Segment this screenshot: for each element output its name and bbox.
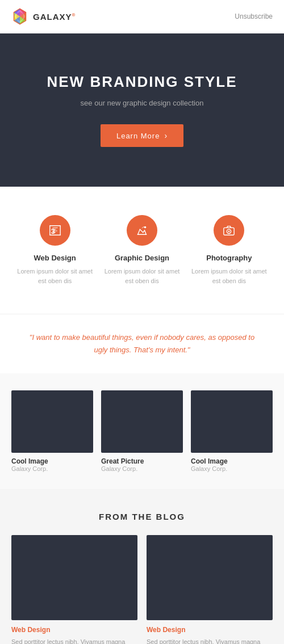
unsubscribe-link[interactable]: Unsubscribe [235, 12, 273, 20]
feature-photography: Photography Lorem ipsum dolor sit amet e… [186, 215, 273, 285]
blog-category[interactable]: Web Design [11, 626, 137, 634]
feature-title: Graphic Design [104, 254, 179, 262]
graphic-design-icon [127, 215, 157, 246]
blog-item: Web Design Sed porttitor lectus nibh. Vi… [147, 535, 273, 644]
feature-title: Photography [191, 254, 267, 262]
blog-category[interactable]: Web Design [147, 626, 273, 634]
header: GALAXY® Unsubscribe [0, 0, 284, 33]
blog-heading: FROM THE BLOG [11, 512, 273, 521]
gallery-image [101, 390, 183, 453]
gallery-image [11, 390, 93, 453]
feature-title: Web Design [17, 254, 93, 262]
quote-text: "I want to make beautiful things, even i… [23, 331, 261, 356]
features-section: 3 Web Design Lorem ipsum dolor sit amet … [0, 187, 284, 314]
blog-section: FROM THE BLOG Web Design Sed porttitor l… [0, 489, 284, 644]
gallery-title: Great Picture [101, 457, 183, 465]
gallery-item: Cool Image Galaxy Corp. [191, 390, 273, 472]
blog-grid: Web Design Sed porttitor lectus nibh. Vi… [11, 535, 273, 644]
gallery-sub: Galaxy Corp. [191, 465, 273, 472]
feature-desc: Lorem ipsum dolor sit amet est oben dis [191, 267, 267, 285]
logo-text: GALAXY® [33, 12, 76, 22]
blog-text: Sed porttitor lectus nibh. Vivamus magna… [147, 637, 273, 644]
gallery-section: Cool Image Galaxy Corp. Great Picture Ga… [0, 373, 284, 489]
blog-text: Sed porttitor lectus nibh. Vivamus magna… [11, 637, 137, 644]
feature-web-design: 3 Web Design Lorem ipsum dolor sit amet … [11, 215, 98, 285]
feature-desc: Lorem ipsum dolor sit amet est oben dis [17, 267, 93, 285]
svg-point-7 [228, 230, 230, 232]
learn-more-button[interactable]: Learn More › [101, 124, 183, 147]
gallery-sub: Galaxy Corp. [101, 465, 183, 472]
blog-image [11, 535, 137, 620]
web-design-icon: 3 [40, 215, 70, 246]
photography-icon [214, 215, 244, 246]
blog-image [147, 535, 273, 620]
arrow-icon: › [164, 131, 168, 140]
gallery-title: Cool Image [191, 457, 273, 465]
gallery-item: Cool Image Galaxy Corp. [11, 390, 93, 472]
hero-section: NEW BRANDING STYLE see our new graphic d… [0, 33, 284, 187]
feature-graphic-design: Graphic Design Lorem ipsum dolor sit ame… [98, 215, 185, 285]
blog-item: Web Design Sed porttitor lectus nibh. Vi… [11, 535, 137, 644]
logo: GALAXY® [11, 8, 76, 25]
hero-subtitle: see our new graphic design collection [17, 99, 267, 107]
gallery-sub: Galaxy Corp. [11, 465, 93, 472]
hero-title: NEW BRANDING STYLE [17, 73, 267, 91]
gallery-title: Cool Image [11, 457, 93, 465]
feature-desc: Lorem ipsum dolor sit amet est oben dis [104, 267, 179, 285]
gallery-item: Great Picture Galaxy Corp. [101, 390, 183, 472]
quote-section: "I want to make beautiful things, even i… [0, 314, 284, 373]
logo-icon [11, 8, 28, 25]
gallery-image [191, 390, 273, 453]
